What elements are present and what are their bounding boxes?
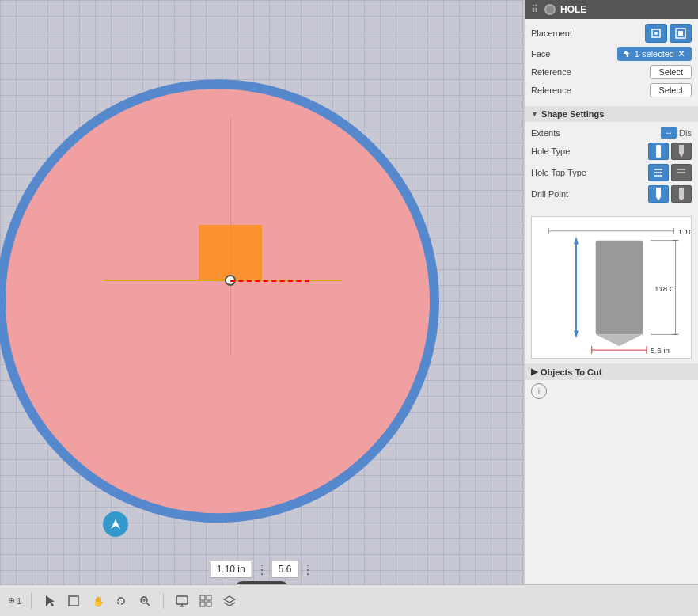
extents-control: ↔ Dis xyxy=(661,127,692,139)
extents-value: Dis xyxy=(679,128,692,138)
svg-rect-6 xyxy=(656,145,661,158)
objects-cut-chevron: ▶ xyxy=(531,367,537,377)
toolbar-separator-1 xyxy=(31,593,32,609)
shape-settings-header[interactable]: ▼ Shape Settings xyxy=(525,106,698,122)
svg-point-2 xyxy=(654,32,658,35)
toolbar-zoom-tool[interactable] xyxy=(136,592,154,610)
diagram-dim-bottom: 5.6 in xyxy=(651,346,670,355)
hole-type-btn-2[interactable] xyxy=(671,143,692,160)
reference1-label: Reference xyxy=(531,67,650,77)
placement-section: Placement Face 1 selected xyxy=(525,19,698,106)
drill-point-label: Drill Point xyxy=(531,189,648,199)
toolbar-select-tool[interactable] xyxy=(41,592,59,610)
placement-btn-2[interactable] xyxy=(670,24,692,43)
svg-line-33 xyxy=(146,603,150,606)
svg-marker-19 xyxy=(596,334,643,346)
shape-settings-section: Extents ↔ Dis Hole Type xyxy=(525,122,698,211)
drill-point-btn-2[interactable] xyxy=(671,185,692,203)
face-selected-text: 1 selected xyxy=(635,49,674,59)
counter-value: 1 xyxy=(17,596,21,606)
svg-rect-42 xyxy=(207,602,211,606)
dashed-reference-line xyxy=(230,280,309,282)
svg-rect-39 xyxy=(200,595,205,600)
svg-marker-0 xyxy=(111,519,120,529)
extents-arrows-btn[interactable]: ↔ xyxy=(661,127,677,139)
placement-label: Placement xyxy=(531,29,645,38)
cursor-icon xyxy=(624,50,632,58)
reference2-label: Reference xyxy=(531,86,650,95)
objects-cut-label: Objects To Cut xyxy=(541,367,601,377)
toolbar-grid-tool[interactable] xyxy=(197,592,214,610)
drill-point-controls xyxy=(648,185,692,203)
face-label: Face xyxy=(531,49,617,59)
hole-tap-btn-1[interactable] xyxy=(648,164,669,181)
hole-tap-controls xyxy=(648,164,692,181)
hole-tap-btn-2[interactable] xyxy=(671,164,692,181)
toolbar-rotate-tool[interactable] xyxy=(112,592,130,610)
hole-diagram-svg: 1.10 i 5.6 in 118. xyxy=(532,217,691,358)
diagram-dim-right: 118.0 xyxy=(654,284,674,293)
nav-icon[interactable] xyxy=(103,511,128,537)
main-area: 1.10 in ⋮ 5.6 ⋮ Diameter ⠿ HOLE Placemen… xyxy=(0,0,698,584)
svg-rect-29 xyxy=(69,596,78,606)
drag-handle[interactable]: ⠿ xyxy=(531,4,538,15)
objects-to-cut-header[interactable]: ▶ Objects To Cut xyxy=(525,363,698,380)
toolbar-pan-tool[interactable]: ✋ xyxy=(89,592,106,610)
svg-rect-4 xyxy=(678,31,683,36)
reference2-select-button[interactable]: Select xyxy=(650,83,692,97)
diagram-dim-top: 1.10 i xyxy=(678,227,691,236)
hole-tap-label: Hole Tap Type xyxy=(531,168,648,177)
bottom-toolbar: ⊕ 1 ✋ xyxy=(0,584,698,616)
panel-title: HOLE xyxy=(560,4,586,15)
toolbar-box-tool[interactable] xyxy=(65,592,82,610)
svg-marker-5 xyxy=(624,51,630,57)
svg-marker-31 xyxy=(117,601,119,605)
hole-type-btn-1[interactable] xyxy=(648,143,669,160)
toolbar-display-tool[interactable] xyxy=(173,592,191,610)
hole-type-row: Hole Type xyxy=(531,143,692,160)
svg-rect-18 xyxy=(596,241,643,335)
toolbar-separator-2 xyxy=(163,593,164,609)
placement-row: Placement xyxy=(531,24,692,43)
svg-rect-41 xyxy=(200,602,205,606)
drill-point-row: Drill Point xyxy=(531,185,692,203)
face-selected-tag: 1 selected ✕ xyxy=(617,47,692,61)
face-clear-button[interactable]: ✕ xyxy=(677,48,685,59)
svg-marker-43 xyxy=(224,596,235,603)
canvas-area: 1.10 in ⋮ 5.6 ⋮ Diameter xyxy=(0,0,524,584)
hole-type-controls xyxy=(648,143,692,160)
right-panel: ⠿ HOLE Placement Face xyxy=(524,0,698,584)
toolbar-layers-tool[interactable] xyxy=(221,592,238,610)
face-controls: 1 selected ✕ xyxy=(617,47,692,61)
extents-label: Extents xyxy=(531,128,661,138)
hole-type-label: Hole Type xyxy=(531,146,648,156)
reference1-row: Reference Select xyxy=(531,65,692,79)
svg-text:✋: ✋ xyxy=(93,595,104,607)
circle-shape xyxy=(0,79,439,523)
crosshair-vertical xyxy=(230,117,231,355)
dim-separator-1[interactable]: ⋮ xyxy=(256,562,268,577)
diameter-label: Diameter xyxy=(235,581,290,584)
info-button[interactable]: i xyxy=(531,383,547,399)
drill-point-btn-1[interactable] xyxy=(648,185,669,203)
hole-tap-row: Hole Tap Type xyxy=(531,164,692,181)
placement-controls xyxy=(645,24,692,43)
svg-rect-36 xyxy=(176,596,188,604)
hole-diagram: 1.10 i 5.6 in 118. xyxy=(531,216,692,359)
reference2-row: Reference Select xyxy=(531,83,692,97)
extents-row: Extents ↔ Dis xyxy=(531,127,692,139)
dim-separator-2[interactable]: ⋮ xyxy=(302,562,314,577)
counter-icon: ⊕ xyxy=(8,595,15,606)
face-row: Face 1 selected ✕ xyxy=(531,47,692,61)
svg-marker-16 xyxy=(574,237,579,245)
dimension-bar: 1.10 in ⋮ 5.6 ⋮ Diameter xyxy=(210,561,315,578)
dim-width-box[interactable]: 1.10 in xyxy=(210,561,252,578)
reference1-select-button[interactable]: Select xyxy=(650,65,692,79)
svg-marker-28 xyxy=(46,595,55,606)
toolbar-counter: ⊕ 1 xyxy=(8,595,21,606)
shape-settings-chevron: ▼ xyxy=(531,110,538,118)
shape-settings-label: Shape Settings xyxy=(541,109,604,119)
hole-icon xyxy=(544,4,556,15)
dim-height-box[interactable]: 5.6 xyxy=(271,561,299,578)
placement-btn-1[interactable] xyxy=(645,24,667,43)
